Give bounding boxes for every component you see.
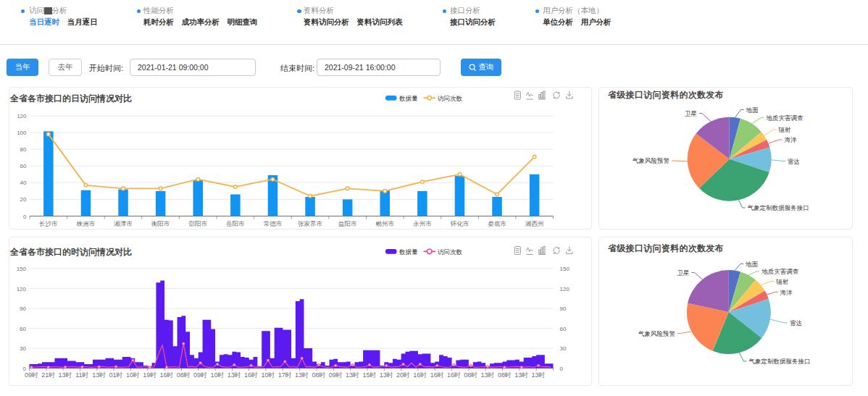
svg-text:雷达: 雷达 <box>790 319 802 327</box>
svg-text:13时: 13时 <box>228 371 241 379</box>
svg-text:13时: 13时 <box>295 371 309 379</box>
svg-text:16时: 16时 <box>159 371 173 379</box>
svg-text:10时: 10时 <box>126 371 140 379</box>
svg-text:气象定制数据服务接口: 气象定制数据服务接口 <box>748 358 810 365</box>
svg-text:80: 80 <box>20 146 27 153</box>
svg-text:150: 150 <box>17 266 27 272</box>
svg-text:13时: 13时 <box>92 371 106 379</box>
svg-text:岳阳市: 岳阳市 <box>226 220 245 227</box>
svg-text:08时: 08时 <box>498 371 512 379</box>
svg-text:娄底市: 娄底市 <box>488 220 506 227</box>
svg-text:访问次数: 访问次数 <box>438 95 463 102</box>
svg-text:常德市: 常德市 <box>264 220 283 227</box>
svg-text:0: 0 <box>560 366 564 372</box>
svg-text:17时: 17时 <box>278 371 292 379</box>
svg-text:地面: 地面 <box>745 261 759 268</box>
svg-text:郴州市: 郴州市 <box>376 220 395 227</box>
svg-text:13时: 13时 <box>346 371 359 379</box>
svg-text:90: 90 <box>560 306 567 312</box>
svg-text:张家界市: 张家界市 <box>298 220 323 227</box>
svg-text:08时: 08时 <box>177 371 191 379</box>
svg-text:雷达: 雷达 <box>788 158 800 165</box>
svg-text:辐射: 辐射 <box>775 278 789 285</box>
svg-text:150: 150 <box>560 266 570 272</box>
svg-text:08时: 08时 <box>312 371 325 379</box>
svg-text:地面: 地面 <box>746 106 759 114</box>
svg-text:10时: 10时 <box>261 371 275 379</box>
svg-text:卫星: 卫星 <box>677 269 690 277</box>
svg-text:15时: 15时 <box>362 371 376 379</box>
svg-text:20: 20 <box>20 196 27 203</box>
svg-text:辐射: 辐射 <box>777 126 791 133</box>
svg-text:永州市: 永州市 <box>413 220 432 227</box>
svg-text:01时: 01时 <box>109 371 122 379</box>
svg-text:地质灾害调查: 地质灾害调查 <box>766 114 804 122</box>
svg-text:湘潭市: 湘潭市 <box>113 220 133 227</box>
svg-text:数据量: 数据量 <box>399 95 418 102</box>
svg-text:11时: 11时 <box>75 371 88 379</box>
svg-text:气象风险预警: 气象风险预警 <box>633 157 670 164</box>
svg-text:13时: 13时 <box>514 371 528 379</box>
svg-text:海洋: 海洋 <box>780 289 793 296</box>
svg-text:10时: 10时 <box>210 371 224 379</box>
svg-text:16时: 16时 <box>413 371 427 379</box>
svg-text:60: 60 <box>560 326 567 332</box>
svg-text:气象定制数据服务接口: 气象定制数据服务接口 <box>748 204 809 211</box>
svg-text:16时: 16时 <box>244 371 258 379</box>
svg-text:数据量: 数据量 <box>399 248 418 256</box>
svg-text:13时: 13时 <box>59 371 72 379</box>
svg-text:40: 40 <box>20 180 27 186</box>
svg-text:09时: 09时 <box>25 371 38 379</box>
svg-text:120: 120 <box>560 286 570 292</box>
svg-text:13时: 13时 <box>532 371 546 379</box>
svg-text:海洋: 海洋 <box>784 136 797 143</box>
svg-text:21时: 21时 <box>41 371 55 379</box>
svg-text:09时: 09时 <box>193 371 207 379</box>
svg-text:120: 120 <box>17 286 27 292</box>
svg-text:长沙市: 长沙市 <box>39 220 58 227</box>
svg-text:卫星: 卫星 <box>685 110 698 117</box>
svg-text:益阳市: 益阳市 <box>338 220 357 227</box>
svg-text:30: 30 <box>560 345 567 352</box>
svg-text:13时: 13时 <box>380 371 393 379</box>
svg-text:0: 0 <box>23 214 27 220</box>
svg-text:湘西州: 湘西州 <box>525 220 544 227</box>
svg-text:株洲市: 株洲市 <box>76 220 96 227</box>
svg-text:邵阳市: 邵阳市 <box>188 220 207 227</box>
svg-text:08时: 08时 <box>464 371 477 379</box>
svg-text:13时: 13时 <box>481 371 495 379</box>
svg-text:访问次数: 访问次数 <box>438 248 463 256</box>
svg-text:100: 100 <box>17 130 27 136</box>
svg-text:怀化市: 怀化市 <box>450 220 470 227</box>
svg-text:09时: 09时 <box>329 371 343 379</box>
svg-text:90: 90 <box>20 306 26 312</box>
svg-text:气象风险预警: 气象风险预警 <box>638 330 676 337</box>
svg-text:16时: 16时 <box>430 371 444 379</box>
svg-text:19时: 19时 <box>143 371 157 379</box>
svg-text:120: 120 <box>17 113 27 119</box>
svg-text:地质灾害调查: 地质灾害调查 <box>761 268 799 275</box>
svg-text:20时: 20时 <box>396 371 410 379</box>
svg-text:60: 60 <box>20 326 26 332</box>
svg-text:60: 60 <box>20 163 27 169</box>
svg-text:30: 30 <box>20 345 26 352</box>
svg-text:衡阳市: 衡阳市 <box>151 220 170 227</box>
svg-text:16时: 16时 <box>447 371 461 379</box>
